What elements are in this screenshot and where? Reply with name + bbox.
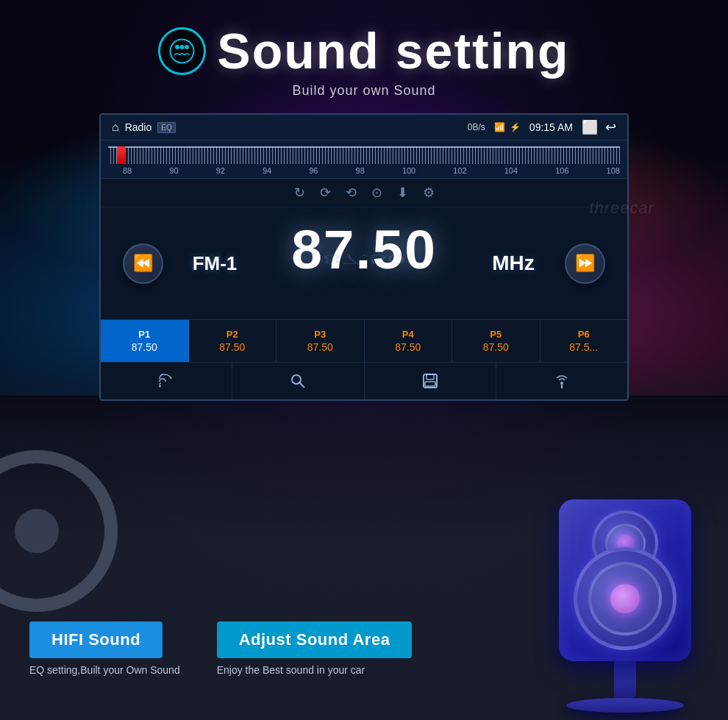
freq-mark-90: 90 xyxy=(169,166,178,175)
svg-point-1 xyxy=(175,45,179,49)
ruler-track xyxy=(101,146,627,164)
svg-point-5 xyxy=(292,375,301,384)
eq-badge: EQ xyxy=(157,122,175,133)
preset-p3-label: P3 xyxy=(280,329,360,340)
freq-mark-100: 100 xyxy=(402,166,415,175)
preset-p3-freq: 87.50 xyxy=(280,341,360,353)
radio-app-label: Radio xyxy=(125,121,152,133)
settings-ctrl-icon[interactable]: ⚙ xyxy=(423,185,435,201)
speaker-woofer-center xyxy=(610,584,640,613)
preset-p2-label: P2 xyxy=(193,329,273,340)
prev-button[interactable]: ⏪ xyxy=(123,243,163,284)
adjust-sound-button[interactable]: Adjust Sound Area xyxy=(217,621,413,658)
freq-mark-102: 102 xyxy=(453,166,466,175)
search-ctrl-icon[interactable]: ⊙ xyxy=(371,185,382,201)
home-icon[interactable]: ⌂ xyxy=(112,121,119,134)
status-icons: 📶 ⚡ xyxy=(494,122,521,132)
radio-signal-button[interactable] xyxy=(496,363,627,399)
status-right: 0B/s 📶 ⚡ 09:15 AM ⬜ ↩ xyxy=(468,119,616,135)
refresh-ctrl-icon[interactable]: ↻ xyxy=(294,185,305,201)
action-icons: ⬜ ↩ xyxy=(582,119,616,135)
bottom-toolbar xyxy=(101,362,627,399)
speaker-stand xyxy=(614,661,636,698)
freq-mark-96: 96 xyxy=(309,166,318,175)
speaker-base xyxy=(566,698,684,713)
preset-p1-label: P1 xyxy=(104,329,185,340)
search-button[interactable] xyxy=(232,363,364,399)
svg-point-4 xyxy=(159,385,161,388)
hifi-sound-desc: EQ setting,Built your Own Sound xyxy=(29,664,180,676)
next-button[interactable]: ⏩ xyxy=(565,243,605,284)
frequency-value: 87.50 xyxy=(291,222,437,277)
page-subtitle: Build your own Sound xyxy=(292,83,435,99)
freq-mark-106: 106 xyxy=(555,166,568,175)
hifi-sound-feature: HIFI Sound EQ setting,Built your Own Sou… xyxy=(29,621,180,676)
hifi-sound-button[interactable]: HIFI Sound xyxy=(29,621,163,658)
frequency-unit: MHz xyxy=(484,252,543,275)
back-icon[interactable]: ↩ xyxy=(605,119,616,135)
ruler-marks: 88 90 92 94 96 98 100 102 104 106 108 xyxy=(101,164,627,177)
repeat-ctrl-icon[interactable]: ⟳ xyxy=(320,185,331,201)
freq-mark-104: 104 xyxy=(504,166,518,175)
preset-p6-label: P6 xyxy=(544,329,624,340)
bluetooth-icon: ⚡ xyxy=(510,122,521,132)
ruler-indicator xyxy=(117,146,126,164)
preset-button-p6[interactable]: P6 87.5... xyxy=(540,320,628,362)
ruler-line xyxy=(108,146,620,164)
preset-button-p4[interactable]: P4 87.50 xyxy=(365,320,453,362)
signal-icon: 📶 xyxy=(494,122,505,132)
preset-p5-freq: 87.50 xyxy=(456,341,536,353)
preset-buttons: P1 87.50 P2 87.50 P3 87.50 P4 87.50 P5 8… xyxy=(101,319,627,362)
speaker-woofer-cone xyxy=(588,562,662,635)
download-ctrl-icon[interactable]: ⬇ xyxy=(397,185,408,201)
loop-ctrl-icon[interactable]: ⟲ xyxy=(346,185,357,201)
data-speed: 0B/s xyxy=(468,122,485,132)
preset-p4-label: P4 xyxy=(368,329,449,340)
header: Sound setting Build your own Sound xyxy=(158,0,569,99)
sound-waves-icon xyxy=(158,27,206,75)
preset-button-p1[interactable]: P1 87.50 xyxy=(101,320,189,362)
frequency-center: 87.50 87.50 xyxy=(266,222,462,304)
freq-mark-88: 88 xyxy=(123,166,132,175)
freq-mark-94: 94 xyxy=(263,166,271,175)
svg-point-0 xyxy=(171,39,194,63)
preset-p6-freq: 87.5... xyxy=(544,341,624,353)
cast-button[interactable] xyxy=(101,363,232,399)
save-button[interactable] xyxy=(365,363,496,399)
preset-button-p3[interactable]: P3 87.50 xyxy=(276,320,365,362)
freq-mark-92: 92 xyxy=(216,166,225,175)
screen-icon: ⬜ xyxy=(582,119,598,135)
status-bar: ⌂ Radio EQ 0B/s 📶 ⚡ 09:15 AM ⬜ ↩ xyxy=(101,115,627,140)
svg-rect-8 xyxy=(427,374,434,379)
station-name: FM-1 xyxy=(185,252,244,275)
status-left: ⌂ Radio EQ xyxy=(112,121,176,134)
svg-point-10 xyxy=(560,382,563,385)
frequency-ruler: 88 90 92 94 96 98 100 102 104 106 108 xyxy=(101,140,627,179)
radio-screen: ⌂ Radio EQ 0B/s 📶 ⚡ 09:15 AM ⬜ ↩ xyxy=(99,113,629,401)
speaker-graphic xyxy=(544,499,706,705)
preset-p1-freq: 87.50 xyxy=(104,341,185,353)
adjust-sound-feature: Adjust Sound Area Enjoy the Best sound i… xyxy=(217,621,413,676)
svg-rect-9 xyxy=(425,382,435,386)
preset-p5-label: P5 xyxy=(456,329,536,340)
preset-button-p2[interactable]: P2 87.50 xyxy=(189,320,277,362)
frequency-display: ⏪ FM-1 87.50 87.50 MHz ⏩ xyxy=(101,207,627,319)
page-title: Sound setting xyxy=(217,22,569,79)
watermark: threecar xyxy=(589,199,654,218)
frequency-reflection: 87.50 xyxy=(323,251,406,266)
svg-point-2 xyxy=(180,45,185,49)
speaker-woofer xyxy=(574,547,677,650)
speaker-body xyxy=(559,499,691,661)
svg-point-3 xyxy=(185,45,189,49)
freq-mark-98: 98 xyxy=(356,166,365,175)
preset-p4-freq: 87.50 xyxy=(368,341,449,353)
controls-row: ↻ ⟳ ⟲ ⊙ ⬇ ⚙ xyxy=(101,179,627,207)
adjust-sound-desc: Enjoy the Best sound in your car xyxy=(217,664,365,676)
preset-p2-freq: 87.50 xyxy=(193,341,273,353)
freq-mark-108: 108 xyxy=(607,166,620,175)
title-row: Sound setting xyxy=(158,22,569,79)
time-display: 09:15 AM xyxy=(529,121,573,133)
svg-line-6 xyxy=(300,383,305,388)
preset-button-p5[interactable]: P5 87.50 xyxy=(452,320,540,362)
